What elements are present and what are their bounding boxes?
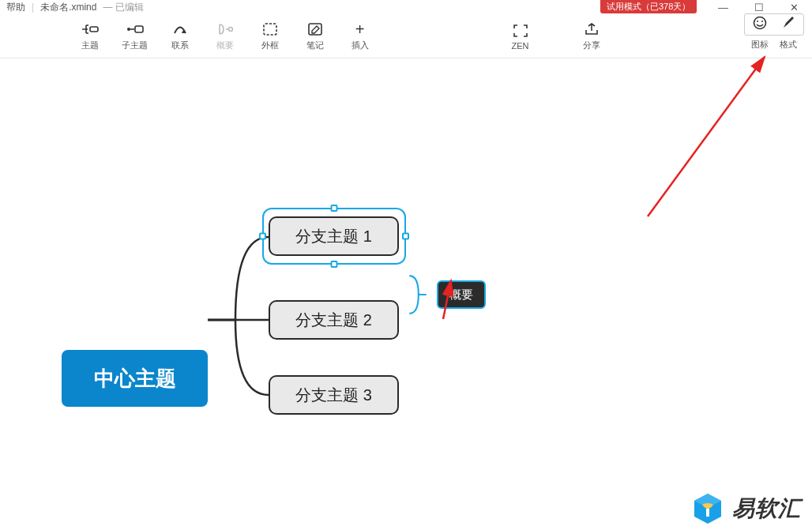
topic-icon [80,21,100,38]
toolbar: 主题 子主题 联系 概要 外框 [0,14,812,58]
zen-icon [510,22,531,39]
relation-button[interactable]: 联系 [157,21,202,51]
center-topic-node[interactable]: 中心主题 [62,350,208,407]
window-controls: — ☐ ✕ [705,0,812,14]
icons-button[interactable] [746,15,774,34]
canvas[interactable]: 中心主题 分支主题 1 分支主题 2 分支主题 3 概要 [0,58,812,530]
zen-button[interactable]: ZEN [498,22,543,51]
note-button[interactable]: 笔记 [292,21,337,51]
watermark-icon [691,492,724,525]
smiley-icon [753,16,767,33]
branch-topic-1-node[interactable]: 分支主题 1 [269,216,399,256]
svg-rect-11 [706,509,709,517]
share-icon [581,21,602,38]
summary-icon [215,21,235,38]
note-icon [305,21,325,38]
summary-button: 概要 [202,21,247,51]
insert-icon: + [350,21,370,38]
boundary-button[interactable]: 外框 [247,21,292,51]
minimize-button[interactable]: — [705,0,741,14]
maximize-button[interactable]: ☐ [741,0,776,14]
close-button[interactable]: ✕ [776,0,812,14]
icons-label: 图标 [751,39,769,51]
branch-topic-3-node[interactable]: 分支主题 3 [269,375,399,415]
topic-button[interactable]: 主题 [67,21,112,51]
insert-button[interactable]: + 插入 [337,21,382,51]
share-button[interactable]: 分享 [569,21,614,51]
watermark: 易软汇 [691,492,801,525]
brush-icon [781,16,795,33]
format-label: 格式 [780,39,797,51]
svg-rect-2 [135,26,143,32]
format-button[interactable] [774,15,803,34]
svg-line-9 [648,57,765,216]
relation-icon [170,21,190,38]
svg-point-8 [761,21,763,22]
watermark-text: 易软汇 [732,494,801,524]
subtopic-button[interactable]: 子主题 [112,21,157,51]
titlebar: 帮助 | 未命名.xmind — 已编辑 试用模式（已378天） — ☐ ✕ [0,0,812,14]
edited-indicator: — 已编辑 [103,1,143,14]
annotation-arrow-1 [434,51,774,319]
branch-topic-2-node[interactable]: 分支主题 2 [269,300,399,340]
filename: 未命名.xmind [40,1,96,14]
menu-help[interactable]: 帮助 [6,1,25,14]
svg-rect-0 [90,27,98,32]
boundary-icon [260,21,280,38]
subtopic-icon [125,21,145,38]
svg-point-7 [757,21,758,22]
svg-rect-4 [264,24,276,35]
svg-point-1 [127,28,130,31]
summary-node[interactable]: 概要 [437,280,486,309]
svg-point-3 [228,28,232,32]
svg-point-6 [754,17,766,29]
trial-badge[interactable]: 试用模式（已378天） [600,0,697,13]
